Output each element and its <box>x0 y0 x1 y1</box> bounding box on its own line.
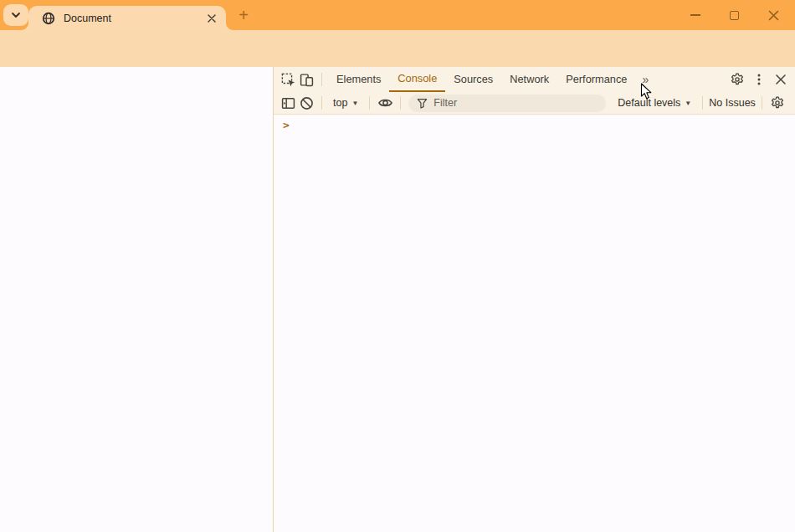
console-settings-button[interactable] <box>768 94 787 112</box>
devtools-tab-bar: Elements Console Sources Network Perform… <box>274 67 795 92</box>
devtools-tab-network[interactable]: Network <box>501 67 557 92</box>
chevron-down-icon <box>11 12 21 18</box>
kebab-menu-icon <box>757 74 761 85</box>
inspect-cursor-icon <box>281 73 295 87</box>
minimize-icon <box>690 14 700 16</box>
divider <box>369 96 370 110</box>
gear-icon <box>731 73 744 86</box>
javascript-context-select[interactable]: top ▼ <box>328 97 363 109</box>
window-controls <box>675 0 793 30</box>
maximize-icon <box>730 11 739 20</box>
divider <box>702 96 703 110</box>
console-prompt-chevron: > <box>283 119 290 131</box>
console-filter-box[interactable] <box>408 95 606 112</box>
devtools-menu-button[interactable] <box>750 70 768 89</box>
console-toolbar: top ▼ Default levels ▼ <box>274 92 795 115</box>
devtools-tab-performance[interactable]: Performance <box>557 67 635 92</box>
log-levels-select[interactable]: Default levels ▼ <box>613 97 696 109</box>
divider <box>400 96 401 110</box>
browser-toolbar <box>0 30 795 67</box>
caret-down-icon: ▼ <box>685 100 691 107</box>
devtools-tab-elements[interactable]: Elements <box>328 67 389 92</box>
device-toolbar-button[interactable] <box>297 70 315 89</box>
devtools-tab-bar-actions <box>728 70 790 89</box>
maximize-button[interactable] <box>715 0 754 30</box>
ban-icon <box>300 96 314 110</box>
console-filter-input[interactable] <box>433 97 606 109</box>
divider <box>321 96 322 110</box>
devtools-tab-sources[interactable]: Sources <box>445 67 501 92</box>
tab-strip: Document + <box>0 0 795 30</box>
devtools-close-button[interactable] <box>772 70 790 89</box>
console-prompt-row[interactable]: > <box>274 115 795 131</box>
minimize-button[interactable] <box>675 0 715 30</box>
caret-down-icon: ▼ <box>351 100 358 107</box>
sidebar-panel-icon <box>281 96 295 110</box>
context-label: top <box>333 97 347 109</box>
globe-favicon-icon <box>42 12 55 25</box>
issues-counter[interactable]: No Issues <box>709 97 756 109</box>
clear-console-button[interactable] <box>297 94 315 112</box>
devtools-tab-console[interactable]: Console <box>389 67 445 92</box>
inspect-element-button[interactable] <box>279 70 297 89</box>
console-messages-area[interactable]: > <box>274 115 795 532</box>
close-icon <box>768 10 779 21</box>
tab-close-button[interactable] <box>204 11 219 26</box>
filter-funnel-icon <box>417 98 428 109</box>
gear-icon <box>771 96 784 110</box>
close-window-button[interactable] <box>754 0 793 30</box>
new-tab-button[interactable]: + <box>233 4 254 26</box>
devtools-settings-button[interactable] <box>728 70 746 89</box>
more-tabs-button[interactable]: » <box>635 73 655 86</box>
eye-icon <box>377 97 393 109</box>
console-sidebar-button[interactable] <box>279 94 297 112</box>
log-levels-label: Default levels <box>618 97 680 109</box>
close-icon <box>776 74 786 84</box>
live-expression-button[interactable] <box>376 94 394 112</box>
tab-title: Document <box>64 13 204 24</box>
devtools-panel: Elements Console Sources Network Perform… <box>274 67 795 532</box>
divider <box>321 73 322 86</box>
browser-tab[interactable]: Document <box>28 6 226 30</box>
divider <box>762 96 762 110</box>
device-toolbar-icon <box>300 73 314 87</box>
page-viewport[interactable] <box>0 67 273 532</box>
browser-window: Document + <box>0 0 795 532</box>
